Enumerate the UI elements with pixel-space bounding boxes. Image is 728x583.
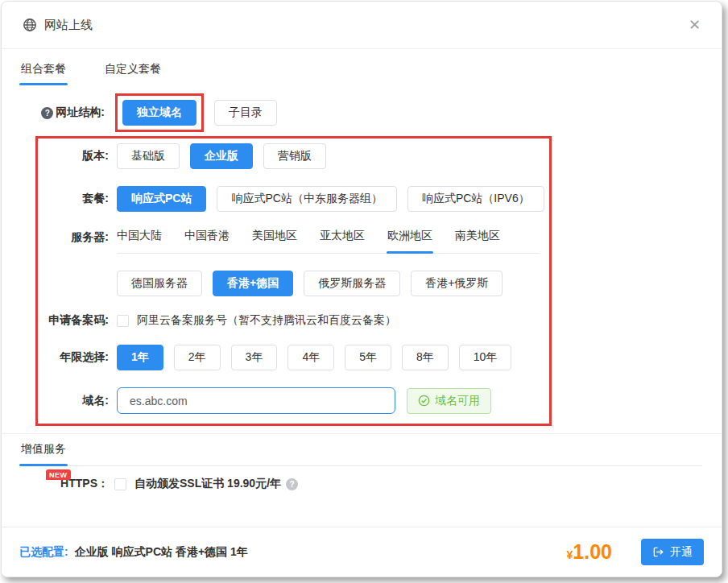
years-label: 年限选择: [38,350,109,365]
years-option-10[interactable]: 10年 [459,345,512,370]
plan-option-ipv6[interactable]: 响应式PC站（IPV6） [407,186,544,212]
years-option-2[interactable]: 2年 [174,345,221,370]
version-option-basic[interactable]: 基础版 [117,143,180,169]
check-circle-icon [418,395,430,407]
selected-config-label: 已选配置: [19,545,68,560]
ssl-label: 自动颁发SSL证书 19.90元/年 [134,477,281,491]
version-option-enterprise[interactable]: 企业版 [190,143,253,169]
years-option-8[interactable]: 8年 [402,345,449,370]
url-option-subdirectory[interactable]: 子目录 [214,100,277,126]
website-launch-dialog: 网站上线 ✕ 组合套餐 自定义套餐 ? 网址结构: 独立域名 子目录 版本: [1,1,722,577]
server-option-hk-germany[interactable]: 香港+德国 [213,271,293,296]
version-option-marketing[interactable]: 营销版 [263,143,326,169]
icp-checkbox-label: 阿里云备案服务号（暂不支持腾讯云和百度云备案） [137,313,396,328]
domain-available-label: 域名可用 [435,394,480,408]
server-option-hk-russia[interactable]: 香港+俄罗斯 [411,271,503,296]
vas-section-header: 增值服务 [21,434,702,466]
ssl-checkbox[interactable] [114,478,126,490]
domain-input[interactable] [117,387,395,414]
dialog-title: 网站上线 [44,18,93,33]
globe-icon [23,18,37,32]
activate-button-label: 开通 [670,545,693,560]
icp-row: 申请备案码: 阿里云备案服务号（暂不支持腾讯云和百度云备案） [38,313,549,328]
server-option-germany[interactable]: 德国服务器 [117,271,202,296]
tab-combo-package[interactable]: 组合套餐 [21,62,66,85]
vas-section-title[interactable]: 增值服务 [21,442,66,465]
help-icon[interactable]: ? [41,107,53,119]
dialog-header: 网站上线 ✕ [2,2,722,49]
url-option-independent-domain[interactable]: 独立域名 [122,100,196,126]
years-option-1[interactable]: 1年 [117,345,163,370]
years-option-4[interactable]: 4年 [287,345,334,370]
package-tabs: 组合套餐 自定义套餐 [2,62,722,85]
activate-button[interactable]: 开通 [641,539,704,565]
version-row: 版本: 基础版 企业版 营销版 [38,143,549,169]
close-icon[interactable]: ✕ [689,18,701,32]
domain-label: 域名: [38,394,109,408]
icp-label: 申请备案码: [38,313,109,328]
price-amount: 1.00 [573,540,612,564]
region-south-america[interactable]: 南美地区 [455,229,500,253]
ssl-help-icon[interactable]: ? [286,478,298,490]
years-row: 年限选择: 1年 2年 3年 4年 5年 8年 10年 [38,345,549,370]
url-structure-label: ? 网址结构: [21,105,105,120]
server-option-russia[interactable]: 俄罗斯服务器 [304,271,400,296]
plan-option-responsive-pc[interactable]: 响应式PC站 [117,186,206,212]
version-label: 版本: [38,149,109,163]
dialog-body: ? 网址结构: 独立域名 子目录 版本: 基础版 企业版 营销版 [2,93,722,491]
region-usa[interactable]: 美国地区 [252,229,297,253]
region-hongkong[interactable]: 中国香港 [184,229,230,253]
region-china-mainland[interactable]: 中国大陆 [117,229,162,253]
domain-row: 域名: 域名可用 [38,387,549,414]
tab-custom-package[interactable]: 自定义套餐 [105,62,161,85]
region-europe[interactable]: 欧洲地区 [387,229,432,253]
plan-label: 套餐: [38,192,109,206]
red-highlight-config-box: 版本: 基础版 企业版 营销版 套餐: 响应式PC站 响应式PC站（中东服务器组… [35,136,552,426]
dialog-footer: 已选配置: 企业版 响应式PC站 香港+德国 1年 ¥ 1.00 开通 [2,527,722,577]
server-region-tabs: 中国大陆 中国香港 美国地区 亚太地区 欧洲地区 南美地区 [117,229,540,254]
new-badge: NEW [46,469,71,480]
selected-config-value: 企业版 响应式PC站 香港+德国 1年 [75,545,248,560]
open-icon [652,546,664,558]
region-apac[interactable]: 亚太地区 [320,229,365,253]
red-highlight-url-option: 独立域名 [115,93,204,132]
server-label: 服务器: [38,230,109,245]
plan-row: 套餐: 响应式PC站 响应式PC站（中东服务器组） 响应式PC站（IPV6） [38,186,549,212]
total-price: ¥ 1.00 [567,540,612,564]
server-region-row: 服务器: 中国大陆 中国香港 美国地区 亚太地区 欧洲地区 南美地区 [38,229,549,254]
icp-checkbox[interactable] [117,315,129,327]
domain-available-button[interactable]: 域名可用 [407,388,491,414]
years-option-3[interactable]: 3年 [231,345,278,370]
plan-option-middle-east[interactable]: 响应式PC站（中东服务器组） [217,186,396,212]
server-option-row: 德国服务器 香港+德国 俄罗斯服务器 香港+俄罗斯 [38,271,549,296]
currency-symbol: ¥ [567,548,573,561]
url-structure-row: ? 网址结构: 独立域名 子目录 [21,93,702,132]
https-row: NEW HTTPS： 自动颁发SSL证书 19.90元/年 ? [21,477,702,491]
years-option-5[interactable]: 5年 [345,345,391,370]
